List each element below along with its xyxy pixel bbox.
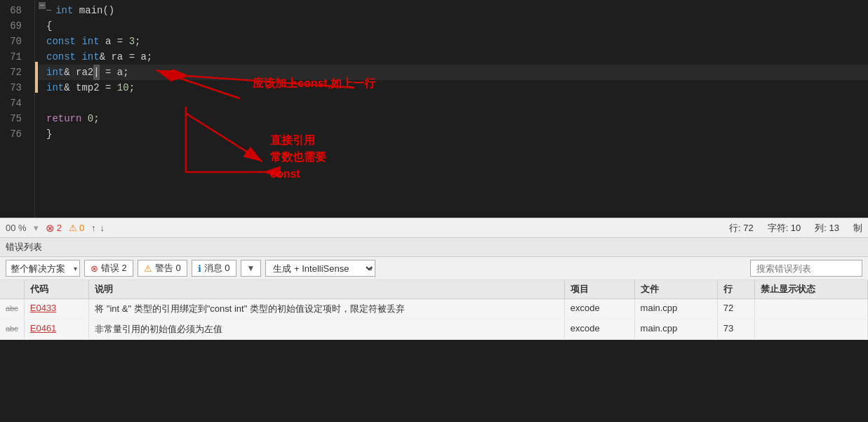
col-header-suppress: 禁止显示状态 <box>755 280 868 299</box>
code-line-75: return 0; <box>35 111 868 126</box>
error-suppress-cell-2 <box>755 319 868 340</box>
zoom-level[interactable]: 00 % <box>6 223 27 233</box>
line-num-72: 72 <box>0 65 29 80</box>
code-line-69: { <box>35 18 868 34</box>
table-row[interactable]: abc E0461 非常量引用的初始值必须为左值 excode main.cpp… <box>0 319 868 340</box>
build-filter-dropdown[interactable]: 生成 + IntelliSense <box>265 260 375 277</box>
line-num-71: 71 <box>0 49 29 65</box>
col-header-icon <box>0 280 24 299</box>
error-panel: 错误列表 整个解决方案 ⊗ 错误 2 ⚠ 警告 0 ℹ 消息 0 ▼ 生成 + … <box>0 237 868 340</box>
filter-icon: ▼ <box>247 263 255 273</box>
annotation-2-text: 直接引用 常数也需要 const <box>270 132 326 183</box>
code-line-71: const int& ra = a; <box>35 49 868 65</box>
warning-count: ⚠ 0 <box>69 223 84 233</box>
error-code-link[interactable]: E0433 <box>30 303 57 313</box>
status-bar: 00 % ▾ ⊗ 2 ⚠ 0 ↑ ↓ 行: 72 字符: 10 列: 13 制 <box>0 218 868 237</box>
error-desc-cell-2: 非常量引用的初始值必须为左值 <box>89 319 565 340</box>
error-row-icon-2: abc <box>6 324 18 333</box>
up-arrow-icon[interactable]: ↑ <box>91 223 96 233</box>
error-code-link-2[interactable]: E0461 <box>30 323 57 334</box>
error-toolbar: 整个解决方案 ⊗ 错误 2 ⚠ 警告 0 ℹ 消息 0 ▼ 生成 + Intel… <box>0 257 868 280</box>
info-btn-icon: ℹ <box>198 263 201 274</box>
row-icon-cell: abc <box>0 319 24 340</box>
message-filter-button[interactable]: ℹ 消息 0 <box>192 260 236 277</box>
line-num-74: 74 <box>0 95 29 111</box>
error-icon: ⊗ <box>46 222 55 235</box>
col-header-project: 项目 <box>564 280 634 299</box>
line-num-68: 68 <box>0 3 29 18</box>
annotation-1-text: 应该加上const,如上一行 <box>253 76 375 91</box>
warning-filter-button[interactable]: ⚠ 警告 0 <box>138 260 187 277</box>
line-num-73: 73 <box>0 80 29 95</box>
error-row-icon: abc <box>6 304 18 312</box>
warning-icon: ⚠ <box>69 223 77 233</box>
error-file-cell-2: main.cpp <box>634 319 717 340</box>
filter-dropdown-wrap[interactable]: 整个解决方案 <box>6 260 80 277</box>
extra-filter-button[interactable]: ▼ <box>241 260 262 277</box>
error-desc-cell: 将 "int &" 类型的引用绑定到"const int" 类型的初始值设定项时… <box>89 299 565 319</box>
error-file-cell: main.cpp <box>634 299 717 319</box>
error-btn-icon: ⊗ <box>91 263 98 274</box>
line-num-75: 75 <box>0 111 29 126</box>
solution-filter-dropdown[interactable]: 整个解决方案 <box>6 260 80 277</box>
code-line-73: int& tmp2 = 10; <box>35 80 868 95</box>
error-line-cell-2: 73 <box>717 319 754 340</box>
down-arrow-icon[interactable]: ↓ <box>100 223 105 233</box>
build-filter-wrap[interactable]: 生成 + IntelliSense <box>265 260 375 277</box>
line-num-76: 76 <box>0 126 29 142</box>
error-line-cell: 72 <box>717 299 754 319</box>
row-icon-cell: abc <box>0 299 24 319</box>
col-header-code: 代码 <box>24 280 88 299</box>
code-lines[interactable]: ─int main() { const int a = 3; const int… <box>35 0 868 145</box>
code-line-76: } <box>35 126 868 142</box>
code-line-72: int& ra2| = a; <box>35 65 868 80</box>
error-code-cell[interactable]: E0433 <box>24 299 88 319</box>
col-header-file: 文件 <box>634 280 717 299</box>
navigation-arrows[interactable]: ↑ ↓ <box>91 223 105 233</box>
editor-area: 68 69 70 71 72 73 74 75 76 ─ ─int main() <box>0 0 868 218</box>
code-container: 68 69 70 71 72 73 74 75 76 ─ ─int main() <box>0 0 868 218</box>
error-project-cell: excode <box>564 299 634 319</box>
warning-btn-icon: ⚠ <box>144 263 152 274</box>
col-header-desc: 说明 <box>89 280 565 299</box>
error-code-cell-2[interactable]: E0461 <box>24 319 88 340</box>
cursor-position: 行: 72 字符: 10 列: 13 制 <box>729 222 862 235</box>
code-line-74 <box>35 95 868 111</box>
error-filter-button[interactable]: ⊗ 错误 2 <box>84 260 133 277</box>
search-errors-input[interactable] <box>750 260 862 277</box>
col-header-line: 行 <box>717 280 754 299</box>
error-panel-header: 错误列表 <box>0 238 868 257</box>
error-table-header: 代码 说明 项目 文件 行 禁止显示状态 <box>0 280 868 299</box>
error-project-cell-2: excode <box>564 319 634 340</box>
error-count: ⊗ 2 <box>46 222 62 235</box>
code-line-68: ─int main() <box>35 3 868 18</box>
error-table-body: abc E0433 将 "int &" 类型的引用绑定到"const int" … <box>0 299 868 340</box>
error-table: 代码 说明 项目 文件 行 禁止显示状态 abc E0433 将 "int &"… <box>0 280 868 340</box>
table-row[interactable]: abc E0433 将 "int &" 类型的引用绑定到"const int" … <box>0 299 868 319</box>
line-numbers: 68 69 70 71 72 73 74 75 76 <box>0 0 35 218</box>
line-num-70: 70 <box>0 34 29 49</box>
code-line-70: const int a = 3; <box>35 34 868 49</box>
error-suppress-cell <box>755 299 868 319</box>
line-num-69: 69 <box>0 18 29 34</box>
